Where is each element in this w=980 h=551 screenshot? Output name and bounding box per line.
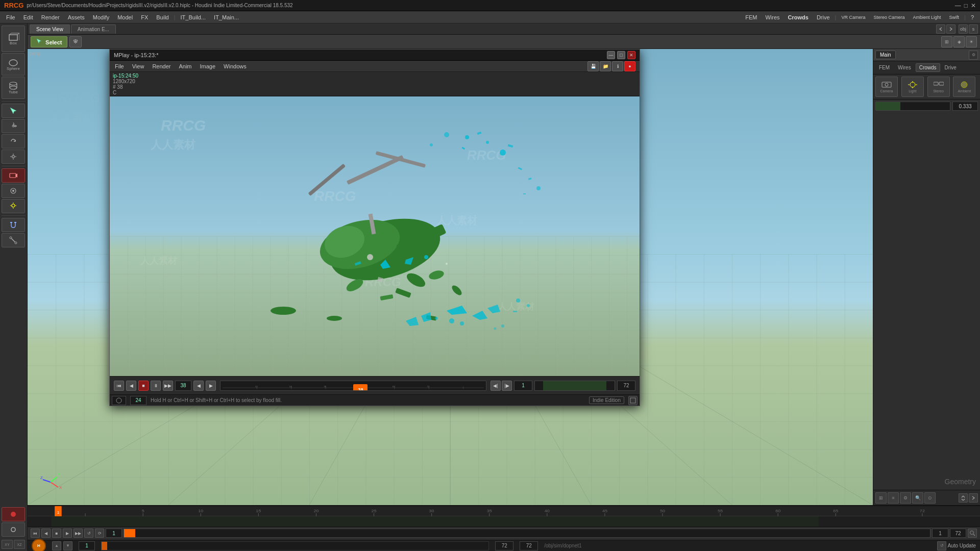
tool-bone[interactable] <box>2 233 25 247</box>
menu-fx[interactable]: FX <box>137 13 152 21</box>
icon-btn-1[interactable]: Camera <box>875 77 898 97</box>
mplay-btn-frame-fwd[interactable]: ▶ <box>206 381 216 391</box>
nav-s-btn[interactable]: s <box>969 24 978 34</box>
mplay-btn-stop[interactable]: ■ <box>138 381 149 391</box>
tool-select-arrow[interactable] <box>2 104 25 118</box>
mplay-range-end-btn[interactable]: |▶ <box>502 381 512 391</box>
tool-rotate[interactable] <box>2 134 25 148</box>
tool-tube[interactable]: Tube <box>2 77 25 99</box>
icon-btn-stereo-cam[interactable]: Stereo <box>927 77 950 97</box>
mplay-maximize-btn[interactable]: □ <box>617 51 625 59</box>
pb-zoom-btn[interactable] <box>968 529 977 538</box>
subtab-wires[interactable]: Wires <box>894 63 915 72</box>
pb-loop[interactable]: ↺ <box>84 529 93 538</box>
subtab-drive[interactable]: Drive <box>941 63 960 72</box>
close-button[interactable]: ✕ <box>971 2 976 9</box>
icon-btn-2[interactable]: Light <box>901 77 924 97</box>
minimize-button[interactable]: — <box>955 2 961 9</box>
select-button[interactable]: Select <box>31 36 67 47</box>
mplay-tool-info[interactable]: ℹ <box>612 61 623 71</box>
tool-camera-view[interactable] <box>2 168 25 183</box>
mplay-menu-anim[interactable]: Anim <box>176 62 194 70</box>
right-tb-btn1[interactable]: ⊞ <box>875 492 887 504</box>
menu-crowds[interactable]: Crowds <box>784 13 813 21</box>
mplay-btn-play-fwd[interactable]: ▶▶ <box>163 381 173 391</box>
right-tb-collapse[interactable] <box>969 493 978 503</box>
icon-btn-amb-light[interactable]: Ambient <box>953 77 975 97</box>
pb-first[interactable]: ⏮ <box>31 529 40 538</box>
menu-fem[interactable]: FEM <box>741 13 761 21</box>
right-panel-settings[interactable]: ⚙ <box>969 51 978 60</box>
mplay-menu-view[interactable]: View <box>129 62 148 70</box>
tab-scene-view[interactable]: Scene View <box>30 24 70 34</box>
right-tb-btn5[interactable]: ⊙ <box>924 492 936 504</box>
mplay-menu-render[interactable]: Render <box>149 62 174 70</box>
status-refresh-btn[interactable]: ↺ <box>937 541 946 550</box>
mplay-btn-pause[interactable]: ⏸ <box>151 381 161 391</box>
right-tb-btn3[interactable]: ⚙ <box>900 492 911 504</box>
mplay-btn-first-frame[interactable]: ⏮ <box>114 381 124 391</box>
select-settings-btn[interactable] <box>69 36 82 47</box>
tool-magnet[interactable] <box>2 218 25 232</box>
mplay-btn-frame-back[interactable]: ◀ <box>193 381 204 391</box>
menu-ambient-light[interactable]: Ambient Light <box>909 14 945 21</box>
menu-vr-camera[interactable]: VR Camera <box>837 14 869 21</box>
right-tb-btn4[interactable]: 🔍 <box>912 492 923 504</box>
mplay-sub-range[interactable] <box>534 381 615 391</box>
tool-scale[interactable] <box>2 149 25 164</box>
mplay-close-btn[interactable]: ✕ <box>627 51 635 59</box>
pb-play[interactable]: ▶ <box>63 529 72 538</box>
tool-light[interactable] <box>2 199 25 213</box>
tool-chain[interactable] <box>2 522 25 537</box>
status-timeline[interactable] <box>101 541 489 550</box>
subtab-fem[interactable]: FEM <box>875 63 893 72</box>
menu-file[interactable]: File <box>2 13 19 21</box>
menu-model[interactable]: Model <box>113 13 137 21</box>
tool-record[interactable] <box>2 507 25 521</box>
pb-stop[interactable]: ■ <box>52 529 61 538</box>
mplay-minimize-btn[interactable]: — <box>607 51 615 59</box>
menu-it-main[interactable]: IT_Main... <box>210 13 243 21</box>
mplay-menu-windows[interactable]: Windows <box>220 62 250 70</box>
subtab-crowds[interactable]: Crowds <box>916 63 940 72</box>
mplay-tool-save-seq[interactable]: 📁 <box>600 61 611 71</box>
mplay-menu-file[interactable]: File <box>112 62 127 70</box>
right-tb-btn2[interactable]: ≡ <box>888 492 899 504</box>
status-nav-up[interactable]: ▲ <box>52 541 61 550</box>
rtab-main[interactable]: Main <box>875 51 896 59</box>
mplay-tool-save[interactable]: 💾 <box>587 61 599 71</box>
menu-edit[interactable]: Edit <box>19 13 37 21</box>
tool-sphere[interactable]: Sphere <box>2 53 25 76</box>
menu-stereo-camera[interactable]: Stereo Camera <box>869 14 909 21</box>
nav-obj-btn[interactable]: obj <box>959 24 968 34</box>
mplay-timeline[interactable]: 12 24 36 48 60 72 38 <box>220 381 486 391</box>
tool-box[interactable]: Box <box>2 26 25 52</box>
menu-it-build[interactable]: IT_Build... <box>177 13 210 21</box>
mplay-settings-btn[interactable] <box>628 396 638 405</box>
nav-back-btn[interactable] <box>936 24 945 34</box>
lighting-btn[interactable]: ☀ <box>966 36 977 47</box>
shading-btn[interactable]: ◈ <box>953 36 965 47</box>
menu-drive[interactable]: Drive <box>813 13 834 21</box>
right-tb-expand[interactable] <box>959 493 968 503</box>
mplay-range-start-btn[interactable]: ◀| <box>491 381 501 391</box>
nav-xy[interactable]: XY <box>2 540 13 549</box>
nav-xz[interactable]: XZ <box>14 540 25 549</box>
mplay-tool-color[interactable]: ● <box>624 61 635 71</box>
status-nav-down[interactable]: ▼ <box>63 541 72 550</box>
view-mode-btn[interactable]: ⊞ <box>941 36 952 47</box>
menu-modify[interactable]: Modify <box>89 13 113 21</box>
tab-animation-editor[interactable]: Animation E... <box>71 24 116 34</box>
menu-swift[interactable]: Swift <box>945 14 964 21</box>
menu-render[interactable]: Render <box>37 13 64 21</box>
pb-next[interactable]: ▶▶ <box>74 529 83 538</box>
pb-timeline-bar[interactable] <box>124 529 930 538</box>
mplay-viewport[interactable]: RRCG 人人素材 RRCG 人人素材 RRCG 人人素材 RRCG 人人素材 <box>110 96 640 376</box>
menu-build[interactable]: Build <box>152 13 173 21</box>
pb-realtime[interactable]: ⟳ <box>95 529 104 538</box>
maximize-button[interactable]: □ <box>964 2 968 9</box>
menu-help[interactable]: ? <box>967 13 978 21</box>
menu-assets[interactable]: Assets <box>64 13 89 21</box>
mplay-menu-image[interactable]: Image <box>197 62 219 70</box>
mplay-fps-icon[interactable] <box>112 396 126 405</box>
